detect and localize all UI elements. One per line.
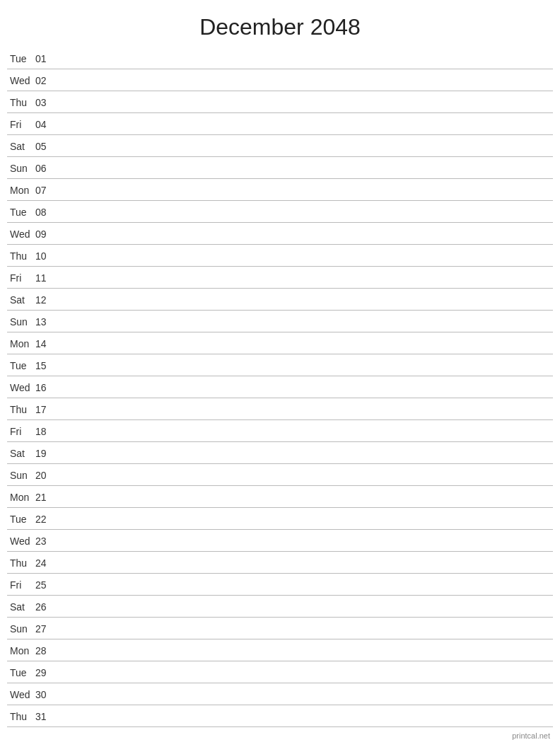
day-line: [57, 432, 553, 432]
day-row: Wed30: [7, 683, 553, 705]
day-line: [57, 59, 553, 59]
day-number: 26: [35, 601, 57, 613]
day-number: 07: [35, 185, 57, 196]
day-name: Mon: [7, 338, 35, 349]
day-line: [57, 607, 553, 608]
day-number: 11: [35, 272, 57, 284]
day-line: [57, 212, 553, 213]
day-line: [57, 497, 553, 498]
day-number: 13: [35, 316, 57, 328]
day-row: Mon28: [7, 639, 553, 661]
day-number: 02: [35, 75, 57, 86]
day-name: Mon: [7, 645, 35, 656]
day-line: [57, 453, 553, 454]
day-number: 31: [35, 711, 57, 722]
day-line: [57, 410, 553, 410]
day-number: 30: [35, 689, 57, 700]
day-row: Thu17: [7, 398, 553, 420]
day-row: Mon21: [7, 486, 553, 508]
day-row: Fri18: [7, 420, 553, 442]
day-row: Tue01: [7, 47, 553, 69]
day-row: Wed02: [7, 69, 553, 91]
day-name: Fri: [7, 119, 35, 130]
day-row: Tue15: [7, 354, 553, 376]
day-line: [57, 475, 553, 476]
day-name: Wed: [7, 382, 35, 393]
day-row: Sat19: [7, 442, 553, 464]
day-number: 14: [35, 338, 57, 349]
day-line: [57, 695, 553, 695]
day-name: Thu: [7, 250, 35, 262]
day-number: 29: [35, 667, 57, 678]
day-line: [57, 519, 553, 520]
day-number: 20: [35, 470, 57, 481]
day-name: Sun: [7, 163, 35, 174]
day-name: Thu: [7, 404, 35, 415]
day-name: Tue: [7, 360, 35, 371]
day-row: Mon14: [7, 332, 553, 354]
day-name: Sun: [7, 316, 35, 328]
day-line: [57, 673, 553, 673]
day-name: Tue: [7, 53, 35, 64]
footer-attribution: printcal.net: [512, 731, 550, 740]
day-line: [57, 563, 553, 564]
day-name: Sat: [7, 448, 35, 459]
day-name: Tue: [7, 514, 35, 525]
day-number: 09: [35, 228, 57, 240]
day-number: 24: [35, 557, 57, 569]
day-line: [57, 651, 553, 652]
day-name: Thu: [7, 557, 35, 569]
day-number: 25: [35, 579, 57, 591]
day-row: Tue29: [7, 661, 553, 683]
day-number: 22: [35, 514, 57, 525]
day-name: Tue: [7, 207, 35, 218]
day-number: 28: [35, 645, 57, 656]
day-line: [57, 344, 553, 344]
day-row: Thu03: [7, 91, 553, 113]
day-name: Fri: [7, 272, 35, 284]
day-row: Thu10: [7, 245, 553, 267]
day-row: Sun06: [7, 157, 553, 179]
day-name: Mon: [7, 492, 35, 503]
day-number: 19: [35, 448, 57, 459]
day-line: [57, 256, 553, 257]
day-line: [57, 190, 553, 191]
day-number: 23: [35, 535, 57, 547]
day-number: 15: [35, 360, 57, 371]
day-number: 08: [35, 207, 57, 218]
day-line: [57, 103, 553, 103]
day-number: 04: [35, 119, 57, 130]
day-number: 18: [35, 426, 57, 437]
day-number: 12: [35, 294, 57, 306]
day-line: [57, 717, 553, 717]
day-row: Sun27: [7, 618, 553, 639]
day-line: [57, 366, 553, 366]
day-row: Thu24: [7, 552, 553, 574]
day-line: [57, 81, 553, 81]
day-row: Tue22: [7, 508, 553, 530]
day-row: Tue08: [7, 201, 553, 223]
day-name: Sun: [7, 470, 35, 481]
day-line: [57, 585, 553, 586]
day-line: [57, 278, 553, 279]
day-row: Sat12: [7, 289, 553, 311]
day-row: Sun20: [7, 464, 553, 486]
day-name: Wed: [7, 689, 35, 700]
day-name: Thu: [7, 97, 35, 108]
day-row: Wed16: [7, 376, 553, 398]
day-name: Sat: [7, 294, 35, 306]
day-number: 21: [35, 492, 57, 503]
day-row: Mon07: [7, 179, 553, 201]
day-number: 03: [35, 97, 57, 108]
day-name: Sat: [7, 141, 35, 152]
day-number: 05: [35, 141, 57, 152]
day-name: Tue: [7, 667, 35, 678]
day-number: 01: [35, 53, 57, 64]
day-name: Mon: [7, 185, 35, 196]
day-name: Wed: [7, 535, 35, 547]
day-row: Wed23: [7, 530, 553, 552]
day-line: [57, 234, 553, 235]
calendar-list: Tue01Wed02Thu03Fri04Sat05Sun06Mon07Tue08…: [0, 47, 560, 727]
day-name: Thu: [7, 711, 35, 722]
day-row: Sat05: [7, 135, 553, 157]
